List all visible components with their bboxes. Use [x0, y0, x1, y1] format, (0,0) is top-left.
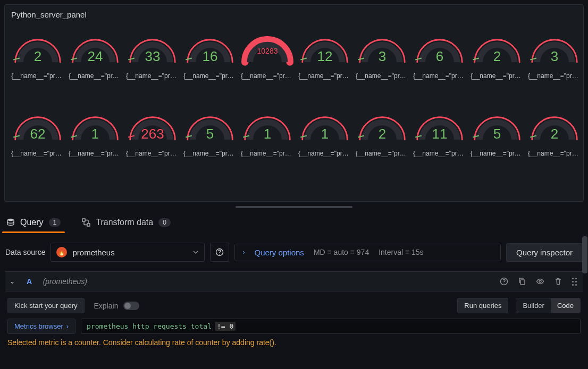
database-icon: [6, 218, 15, 227]
gauge-cell[interactable]: 5{__name__="prom…: [468, 111, 526, 157]
gauge-cell[interactable]: 6{__name__="prom…: [411, 34, 468, 80]
gauge: 11: [414, 111, 465, 143]
gauge-cell[interactable]: 33{__name__="prom…: [124, 34, 181, 80]
tab-transform-count: 0: [158, 218, 171, 227]
gauge-cell[interactable]: 10283{__name__="prom…: [239, 34, 296, 80]
svg-rect-1: [82, 219, 85, 221]
gauge-value: 11: [414, 126, 465, 142]
drag-handle-icon[interactable]: [572, 278, 579, 286]
gauge: 3: [529, 34, 580, 66]
gauge: 263: [127, 111, 178, 143]
transform-icon: [82, 218, 90, 227]
datasource-select[interactable]: prometheus: [51, 243, 205, 262]
copy-icon[interactable]: [518, 277, 526, 286]
gauge-value: 6: [414, 48, 465, 65]
gauge-cell[interactable]: 2{__name__="prom…: [354, 111, 411, 157]
gauge-cell[interactable]: 16{__name__="prom…: [181, 34, 239, 80]
gauge-label: {__name__="prom…: [69, 72, 122, 80]
gauge-value: 12: [299, 48, 350, 65]
editor-mode-segment: Builder Code: [516, 298, 581, 313]
explain-label: Explain: [94, 302, 119, 310]
gauge-cell[interactable]: 1{__name__="prom…: [239, 111, 296, 157]
tab-transform-label: Transform data: [96, 218, 153, 227]
eye-icon[interactable]: [536, 277, 544, 286]
gauge-cell[interactable]: 24{__name__="prom…: [66, 34, 124, 80]
gauge-label: {__name__="prom…: [183, 150, 237, 157]
query-hint: Selected metric is a counter. Consider c…: [5, 338, 583, 351]
datasource-value: prometheus: [72, 248, 114, 257]
gauge-cell[interactable]: 12{__name__="prom…: [296, 34, 354, 80]
gauge-label: {__name__="prom…: [413, 150, 466, 157]
gauge-value: 33: [127, 48, 178, 65]
gauge-cell[interactable]: 3{__name__="prom…: [354, 34, 411, 80]
gauge: 2: [529, 111, 580, 143]
query-expression-input[interactable]: prometheus_http_requests_total!= 0: [81, 319, 581, 334]
gauge: 5: [184, 111, 236, 143]
gauge: 33: [127, 34, 178, 66]
help-icon: [215, 248, 224, 256]
gauge-cell[interactable]: 263{__name__="prom…: [124, 111, 181, 157]
gauge-label: {__name__="prom…: [241, 150, 294, 157]
run-queries-button[interactable]: Run queries: [457, 298, 508, 313]
gauge-value: 3: [529, 48, 580, 65]
gauge-cell[interactable]: 2{__name__="prom…: [9, 34, 66, 80]
query-options-title: Query options: [254, 248, 304, 257]
gauge-cell[interactable]: 3{__name__="prom…: [526, 34, 583, 80]
gauge-cell[interactable]: 1{__name__="prom…: [296, 111, 354, 157]
expression-row: Metrics browser › prometheus_http_reques…: [5, 319, 583, 338]
gauge: 16: [184, 34, 236, 66]
metrics-browser-button[interactable]: Metrics browser ›: [7, 319, 75, 334]
gauge-value: 5: [184, 126, 236, 142]
gauge: 2: [357, 111, 408, 143]
trash-icon[interactable]: [554, 277, 562, 286]
chevron-right-icon: ›: [242, 248, 245, 256]
gauge-label: {__name__="prom…: [183, 72, 237, 80]
gauge-cell[interactable]: 62{__name__="prom…: [9, 111, 66, 157]
datasource-help-button[interactable]: [210, 243, 229, 262]
gauge-cell[interactable]: 5{__name__="prom…: [181, 111, 239, 157]
gauge-label: {__name__="prom…: [241, 72, 294, 80]
code-mode-button[interactable]: Code: [551, 298, 580, 313]
svg-point-8: [539, 280, 541, 282]
kick-start-button[interactable]: Kick start your query: [7, 298, 85, 313]
visualization-panel: Python_server_panel 2{__name__="prom…24{…: [4, 4, 584, 202]
builder-mode-button[interactable]: Builder: [516, 298, 550, 313]
gauge: 62: [12, 111, 63, 143]
gauge-label: {__name__="prom…: [298, 150, 351, 157]
gauge-value: 263: [127, 126, 178, 142]
gauge-value: 1: [299, 126, 350, 142]
gauge-value: 3: [357, 48, 408, 65]
gauge: 10283: [242, 34, 293, 66]
vertical-scrollbar[interactable]: [582, 236, 587, 273]
query-inspector-button[interactable]: Query inspector: [506, 243, 583, 262]
metrics-browser-label: Metrics browser: [14, 322, 63, 330]
panel-title[interactable]: Python_server_panel: [9, 9, 579, 23]
query-options[interactable]: › Query options MD = auto = 974 Interval…: [234, 244, 501, 261]
svg-rect-7: [520, 280, 525, 285]
gauge-label: {__name__="prom…: [356, 72, 409, 80]
tab-query[interactable]: Query 1: [4, 212, 63, 233]
query-tools-row: Kick start your query Explain Run querie…: [5, 291, 583, 319]
gauge: 1: [242, 111, 293, 143]
svg-point-6: [503, 283, 504, 284]
gauge-cell[interactable]: 2{__name__="prom…: [468, 34, 526, 80]
expr-metric: prometheus_http_requests_total: [87, 322, 212, 330]
gauge: 24: [70, 34, 121, 66]
gauge: 5: [472, 111, 523, 143]
gauge-value: 24: [70, 48, 121, 65]
tab-transform[interactable]: Transform data 0: [80, 212, 173, 233]
collapse-query-toggle[interactable]: ⌄: [9, 278, 16, 285]
query-toolbar: Data source prometheus › Query options M…: [0, 233, 588, 271]
gauge-label: {__name__="prom…: [11, 72, 64, 80]
gauge-value: 2: [529, 126, 580, 142]
gauge-label: {__name__="prom…: [528, 150, 581, 157]
help-icon[interactable]: [500, 277, 508, 286]
gauge-cell[interactable]: 1{__name__="prom…: [66, 111, 124, 157]
explain-toggle[interactable]: [123, 302, 139, 310]
query-ref-id[interactable]: A: [27, 277, 32, 286]
gauge-cell[interactable]: 11{__name__="prom…: [411, 111, 468, 157]
gauge-grid: 2{__name__="prom…24{__name__="prom…33{__…: [9, 23, 579, 157]
gauge-cell[interactable]: 2{__name__="prom…: [526, 111, 583, 157]
gauge-label: {__name__="prom…: [298, 72, 351, 80]
editor-tabs: Query 1 Transform data 0: [0, 208, 588, 233]
